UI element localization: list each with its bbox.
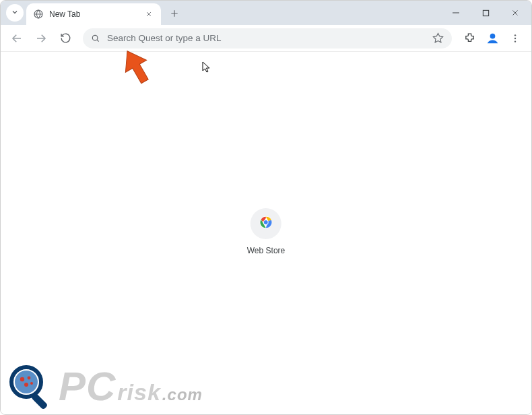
chevron-down-icon [11,7,19,19]
shortcut-label: Web Store [247,246,285,255]
svg-point-26 [20,377,24,381]
svg-point-17 [514,37,516,38]
globe-icon [33,9,44,20]
omnibox-input[interactable] [107,33,426,43]
svg-line-12 [97,39,99,41]
svg-point-29 [30,382,33,385]
magnifier-icon [6,363,53,410]
window-controls [441,1,530,25]
toolbar [1,25,531,52]
close-tab-button[interactable] [143,9,154,20]
profile-button[interactable] [483,29,502,48]
browser-tab[interactable]: New Tab [26,3,161,25]
shortcut-tile-circle [251,208,281,239]
minimize-button[interactable] [441,3,471,23]
svg-point-15 [490,34,495,39]
maximize-button[interactable] [471,3,500,23]
tab-search-button[interactable] [6,4,24,22]
bookmark-button[interactable] [432,32,444,44]
svg-rect-6 [483,10,488,15]
svg-point-18 [514,40,516,42]
shortcut-tile[interactable]: Web Store [247,208,285,255]
svg-rect-30 [31,393,48,410]
tab-title: New Tab [49,9,143,19]
search-icon [91,34,100,43]
page-content: Web Store [1,52,531,414]
menu-button[interactable] [504,28,526,49]
svg-point-11 [92,35,98,40]
address-bar[interactable] [83,28,452,49]
reload-button[interactable] [55,28,76,49]
back-button[interactable] [6,28,28,49]
svg-marker-13 [433,33,442,42]
forward-button[interactable] [30,28,52,49]
watermark-risk: risk [117,381,161,404]
watermark-text: PC risk .com [59,366,203,407]
close-window-button[interactable] [500,3,530,23]
browser-window: New Tab [0,0,532,415]
svg-point-16 [514,34,516,36]
svg-point-28 [24,383,28,387]
watermark: PC risk .com [6,363,203,410]
svg-point-27 [28,377,31,380]
web-store-icon [259,215,273,232]
svg-point-21 [264,220,268,224]
new-tab-button[interactable] [165,4,184,23]
svg-point-25 [15,371,38,393]
watermark-pc: PC [59,366,116,407]
watermark-com: .com [162,385,203,404]
tab-strip: New Tab [1,1,531,25]
extensions-button[interactable] [459,28,480,49]
